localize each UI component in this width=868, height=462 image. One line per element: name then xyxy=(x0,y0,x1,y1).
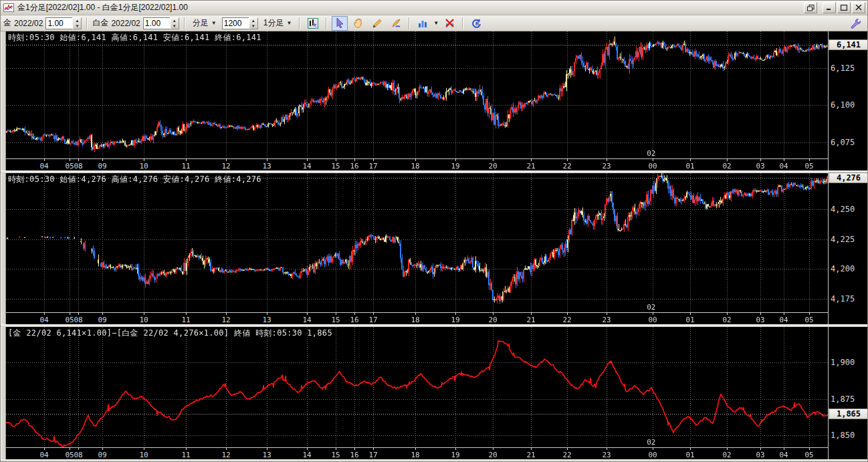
time-axis-label: 05 xyxy=(65,162,74,170)
bar-count-input[interactable] xyxy=(222,17,249,29)
time-axis-label: 05 xyxy=(804,316,813,324)
time-axis[interactable]: 0405080910111213141516171819202122230001… xyxy=(6,447,828,459)
time-axis-label: 02 xyxy=(722,162,731,170)
close-icon[interactable] xyxy=(852,2,865,13)
axis-tick xyxy=(784,159,784,161)
axis-tick xyxy=(531,159,532,161)
time-axis-label: 14 xyxy=(302,451,311,459)
time-axis-label: 01 xyxy=(685,316,694,324)
interval-dropdown[interactable]: 1分足 ▼ xyxy=(261,17,295,30)
gold-multiplier-input[interactable] xyxy=(45,17,72,29)
time-axis-label: 22 xyxy=(562,316,571,324)
time-axis-label: 10 xyxy=(139,316,148,324)
time-axis-label: 17 xyxy=(368,316,377,324)
axis-tick xyxy=(226,448,227,450)
time-axis-label: 20 xyxy=(488,451,497,459)
platinum-multiplier-input[interactable] xyxy=(143,17,170,29)
axis-tick xyxy=(354,159,355,161)
spin-down-icon[interactable]: ▼ xyxy=(249,23,257,29)
toolbar-separator xyxy=(462,17,463,29)
bar-type-dropdown[interactable]: 分足 ▼ xyxy=(190,17,219,30)
time-axis-label: 00 xyxy=(648,162,657,170)
axis-tick xyxy=(354,448,355,450)
gold-label: 金 xyxy=(3,17,11,29)
time-axis-label: 19 xyxy=(451,316,459,324)
interval-label: 1分足 xyxy=(263,17,284,29)
spin-down-icon[interactable]: ▼ xyxy=(171,23,179,29)
gold-price-axis[interactable]: 6,1256,1006,0756,141 xyxy=(828,31,868,170)
toolbar: 金 2022/02 ▲▼ 白金 2022/02 ▲▼ 分足 ▼ ▲▼ 1分足 ▼ xyxy=(1,15,867,31)
time-axis-label: 12 xyxy=(221,316,230,324)
axis-tick xyxy=(336,448,336,450)
price-axis-label: 4,250 xyxy=(831,205,855,214)
chart-cursor-icon[interactable] xyxy=(305,16,321,31)
axis-tick xyxy=(144,159,144,161)
bar-count-spinner: ▲▼ xyxy=(222,17,258,29)
pencil-icon[interactable] xyxy=(369,16,385,31)
delete-chart-icon[interactable] xyxy=(441,16,457,31)
panel-left-gutter[interactable] xyxy=(1,173,6,324)
window-title: 金1分足[2022/02]1.00 - 白金1分足[2022/02]1.00 xyxy=(17,2,800,13)
refresh-icon[interactable]: R xyxy=(468,16,484,31)
axis-tick xyxy=(267,159,267,161)
panel-left-gutter[interactable] xyxy=(1,327,6,459)
spin-up-icon[interactable]: ▲ xyxy=(73,18,81,23)
time-axis[interactable]: 0405080910111213141516171819202122230001… xyxy=(6,312,828,324)
bar-chart-icon[interactable] xyxy=(415,16,431,31)
axis-tick xyxy=(44,159,45,161)
restore-icon[interactable] xyxy=(804,2,817,13)
time-axis-label: 00 xyxy=(648,316,657,324)
axis-tick xyxy=(567,448,568,450)
time-axis-label: 09 xyxy=(98,451,106,459)
axis-tick xyxy=(102,159,103,161)
toolbar-separator xyxy=(299,17,300,29)
time-axis-label: 04 xyxy=(39,451,48,459)
toolbar-separator xyxy=(326,17,327,29)
axis-tick xyxy=(760,448,761,450)
axis-tick xyxy=(531,313,532,315)
axis-tick xyxy=(70,159,70,161)
time-axis-label: 11 xyxy=(181,316,190,324)
axis-tick xyxy=(307,159,308,161)
time-axis-label: 02 xyxy=(722,451,731,459)
spread-line-chart[interactable] xyxy=(6,327,828,447)
time-axis-label: 20 xyxy=(488,316,497,324)
chevron-down-icon[interactable]: ▼ xyxy=(433,20,439,26)
axis-tick xyxy=(78,448,79,450)
gold-candlestick-chart[interactable] xyxy=(6,31,828,158)
current-price-box: 6,141 xyxy=(829,39,868,50)
time-axis-label: 12 xyxy=(221,451,230,459)
bar-type-label: 分足 xyxy=(193,17,209,29)
axis-tick xyxy=(690,159,691,161)
minimize-icon[interactable] xyxy=(823,2,836,13)
price-axis-label: 6,075 xyxy=(831,138,855,147)
maximize-icon[interactable] xyxy=(837,2,851,13)
axis-tick xyxy=(607,448,607,450)
hand-icon[interactable] xyxy=(350,16,366,31)
spin-up-icon[interactable]: ▲ xyxy=(171,18,179,23)
axis-tick xyxy=(690,448,691,450)
axis-tick xyxy=(144,448,144,450)
quill-pen-icon[interactable] xyxy=(388,16,404,31)
time-axis[interactable]: 0405080910111213141516171819202122230001… xyxy=(6,158,828,170)
price-axis-label: 4,200 xyxy=(831,264,855,273)
spin-down-icon[interactable]: ▼ xyxy=(73,23,81,29)
platinum-candlestick-chart[interactable] xyxy=(6,173,828,312)
panel-left-gutter[interactable] xyxy=(1,31,6,170)
axis-tick xyxy=(78,313,79,315)
axis-tick xyxy=(493,313,494,315)
wrench-icon[interactable] xyxy=(847,16,863,31)
axis-tick xyxy=(653,159,653,161)
spin-up-icon[interactable]: ▲ xyxy=(249,18,257,23)
axis-tick xyxy=(784,313,784,315)
time-axis-label: 17 xyxy=(368,162,377,170)
time-axis-label: 10 xyxy=(139,451,148,459)
axis-tick xyxy=(809,159,810,161)
axis-tick xyxy=(44,313,45,315)
time-axis-label: 16 xyxy=(350,316,358,324)
platinum-price-axis[interactable]: 4,2504,2254,2004,1754,276 xyxy=(828,173,868,324)
spread-price-axis[interactable]: 1,9001,8751,8501,865 xyxy=(828,327,868,459)
price-axis-label: 6,100 xyxy=(831,100,855,110)
axis-tick xyxy=(415,313,416,315)
pointer-icon[interactable] xyxy=(332,16,348,31)
